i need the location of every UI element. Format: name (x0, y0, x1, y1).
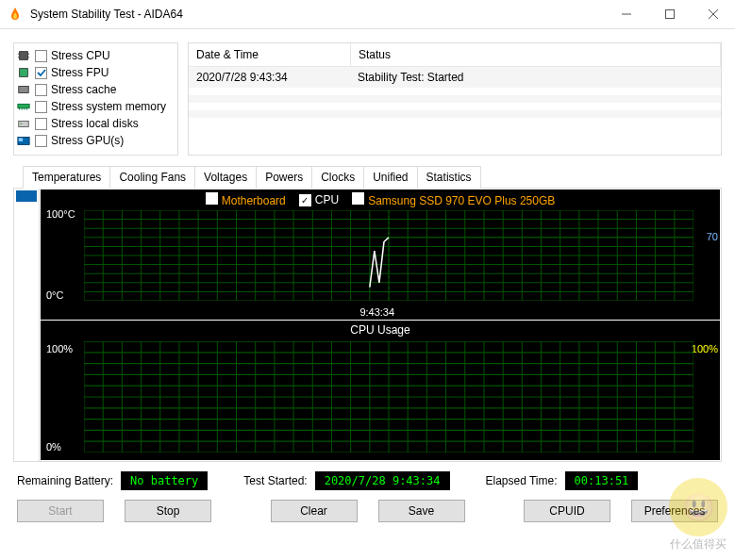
stop-button[interactable]: Stop (125, 500, 211, 522)
svg-point-17 (21, 123, 23, 124)
event-cell-date (189, 103, 350, 110)
temp-ytop: 100°C (46, 208, 75, 220)
temp-marker-70: 70 (707, 231, 718, 242)
svg-rect-4 (20, 52, 28, 60)
event-row[interactable] (189, 95, 721, 103)
svg-rect-10 (19, 87, 29, 93)
event-cell-status (350, 95, 721, 103)
legend-item[interactable]: CPU (299, 193, 339, 207)
app-icon (8, 7, 23, 22)
window-title: System Stability Test - AIDA64 (30, 8, 605, 21)
svg-rect-1 (666, 10, 675, 19)
device-list[interactable] (14, 189, 40, 461)
tab-statistics[interactable]: Statistics (417, 166, 481, 189)
status-row: Remaining Battery: No battery Test Start… (17, 471, 718, 490)
event-row[interactable]: 2020/7/28 9:43:34Stability Test: Started (189, 67, 721, 88)
titlebar: System Stability Test - AIDA64 (0, 0, 735, 29)
stress-checkbox-4[interactable] (35, 118, 47, 130)
graph-tabs: TemperaturesCooling FansVoltagesPowersCl… (23, 165, 722, 188)
watermark-icon: 😃 (669, 478, 727, 536)
stress-label-3: Stress system memory (51, 100, 166, 113)
event-log-table: Date & Time Status 2020/7/28 9:43:34Stab… (188, 42, 722, 156)
temp-ybot: 0°C (46, 289, 63, 301)
event-cell-date: 2020/7/28 9:43:34 (189, 67, 350, 88)
svg-rect-19 (19, 138, 23, 141)
svg-rect-16 (19, 121, 29, 126)
watermark-text: 什么值得买 (669, 536, 727, 552)
legend-item[interactable]: Motherboard (206, 192, 286, 207)
legend-checkbox[interactable] (352, 192, 364, 205)
svg-rect-9 (20, 69, 28, 77)
disk-icon (16, 117, 31, 130)
cpuid-button[interactable]: CPUID (524, 500, 610, 522)
maximize-button[interactable] (648, 0, 692, 28)
tab-temperatures[interactable]: Temperatures (23, 166, 110, 189)
stress-label-2: Stress cache (51, 83, 116, 96)
cpu-usage-title: CPU Usage (41, 321, 720, 339)
watermark: 😃 什么值得买 (669, 478, 727, 552)
gpu-icon (16, 134, 31, 147)
stress-label-4: Stress local disks (51, 117, 139, 130)
legend-label: Motherboard (222, 194, 286, 207)
legend-label: Samsung SSD 970 EVO Plus 250GB (368, 194, 555, 207)
event-col-status[interactable]: Status (351, 43, 721, 66)
cpu-right: 100% (692, 343, 718, 354)
close-button[interactable] (692, 0, 735, 28)
stress-checkbox-1[interactable] (35, 67, 47, 79)
stress-label-1: Stress FPU (51, 66, 109, 79)
mem-icon (16, 100, 31, 113)
stress-checkbox-2[interactable] (35, 84, 47, 96)
event-row[interactable] (189, 88, 721, 95)
start-button[interactable]: Start (17, 500, 104, 522)
tab-powers[interactable]: Powers (256, 166, 312, 189)
stress-options-panel: Stress CPUStress FPUStress cacheStress s… (13, 42, 178, 156)
event-cell-date (189, 88, 350, 95)
event-cell-date (189, 95, 350, 103)
tab-voltages[interactable]: Voltages (194, 166, 257, 189)
event-cell-status (350, 110, 721, 118)
legend-label: CPU (315, 193, 339, 206)
legend-checkbox[interactable] (206, 192, 218, 205)
cpu-icon (16, 49, 31, 62)
temperature-chart: MotherboardCPUSamsung SSD 970 EVO Plus 2… (41, 189, 720, 320)
stress-checkbox-5[interactable] (35, 135, 47, 147)
tab-cooling-fans[interactable]: Cooling Fans (109, 166, 195, 189)
button-row: Start Stop Clear Save CPUID Preferences (13, 490, 722, 532)
event-cell-status (350, 88, 721, 95)
stress-checkbox-3[interactable] (35, 101, 47, 113)
svg-rect-11 (18, 104, 29, 107)
tab-unified[interactable]: Unified (363, 166, 417, 189)
test-started-label: Test Started: (243, 474, 307, 487)
event-cell-status: Stability Test: Started (350, 67, 721, 88)
stress-label-0: Stress CPU (51, 49, 110, 62)
event-cell-date (189, 110, 350, 118)
test-started-value: 2020/7/28 9:43:34 (315, 471, 450, 490)
cpu-ytop: 100% (46, 343, 73, 354)
legend-checkbox[interactable] (299, 194, 311, 206)
event-cell-status (350, 103, 721, 110)
minimize-button[interactable] (605, 0, 648, 28)
stress-label-5: Stress GPU(s) (51, 134, 124, 147)
cpu-usage-chart: CPU Usage 100% 0% 100% (41, 321, 720, 460)
event-col-datetime[interactable]: Date & Time (189, 43, 351, 66)
event-row[interactable] (189, 103, 721, 110)
battery-label: Remaining Battery: (17, 474, 113, 487)
clear-button[interactable]: Clear (271, 500, 358, 522)
stress-checkbox-0[interactable] (35, 50, 47, 62)
tab-clocks[interactable]: Clocks (311, 166, 364, 189)
elapsed-value: 00:13:51 (565, 471, 639, 490)
cpu-ybot: 0% (46, 441, 61, 453)
elapsed-label: Elapsed Time: (486, 474, 558, 487)
cache-icon (16, 83, 31, 96)
battery-value: No battery (121, 471, 208, 490)
temp-x0: 9:43:34 (359, 306, 394, 318)
graphs-panel: MotherboardCPUSamsung SSD 970 EVO Plus 2… (13, 188, 722, 462)
fpu-icon (16, 66, 31, 79)
event-row[interactable] (189, 110, 721, 118)
legend-item[interactable]: Samsung SSD 970 EVO Plus 250GB (352, 192, 555, 207)
save-button[interactable]: Save (378, 500, 465, 522)
